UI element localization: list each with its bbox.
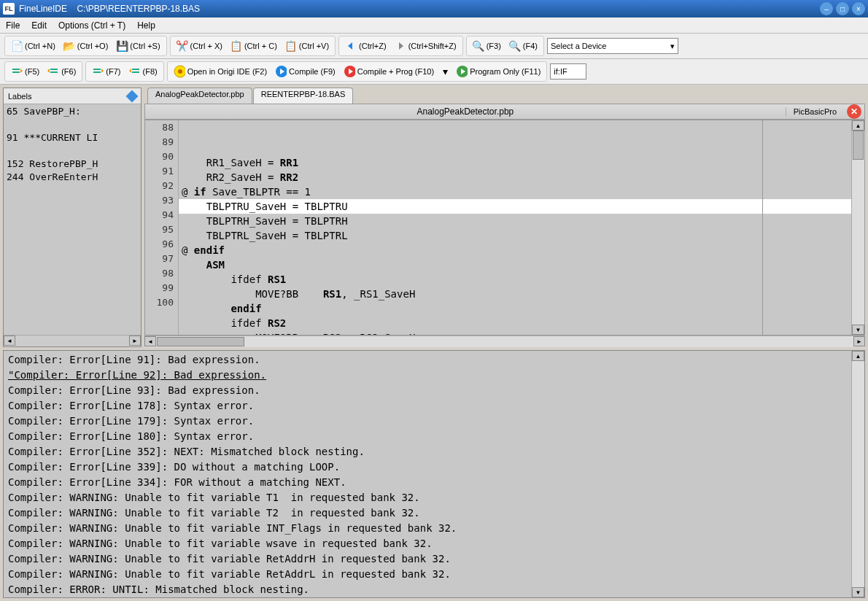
open-button[interactable]: 📂 (Ctrl +O) [61, 39, 111, 53]
play-blue-icon [275, 66, 287, 77]
output-line[interactable]: Compiler: WARNING: Unable to fit variabl… [8, 567, 847, 582]
svg-rect-7 [132, 71, 139, 73]
output-line[interactable]: Compiler: WARNING: Unable to fit variabl… [8, 490, 847, 505]
scroll-thumb[interactable] [853, 131, 864, 160]
code-line[interactable]: ifdef RS2 [179, 316, 851, 330]
f8-button[interactable]: (F8) [126, 64, 160, 79]
scroll-left-icon[interactable]: ◄ [4, 336, 15, 346]
close-button[interactable]: × [852, 2, 865, 15]
output-line[interactable]: "Compiler: Error[Line 92]: Bad expressio… [8, 368, 847, 383]
output-line[interactable]: Compiler: ERROR: UNTIL: Mismatched block… [8, 582, 847, 597]
new-button[interactable]: 📄 (Ctrl +N) [8, 39, 58, 53]
dropdown-arrow-icon[interactable]: ▾ [439, 66, 451, 77]
f7-button[interactable]: (F7) [89, 64, 123, 79]
compile-prog-button[interactable]: Compile + Prog (F10) [341, 64, 437, 79]
code-line[interactable]: @ if Save_TBLPTR == 1 [179, 185, 851, 199]
editor-body: 888990919293949596979899100 RR1_SaveH = … [144, 120, 865, 336]
line-gutter: 888990919293949596979899100 [145, 120, 179, 335]
output-line[interactable]: Compiler: WARNING: Unable to fit variabl… [8, 536, 847, 551]
code-line[interactable]: MOVE?BB RS1, _RS1_SaveH [179, 287, 851, 301]
device-select[interactable]: Select a Device ▾ [547, 38, 678, 54]
code-area[interactable]: RR1_SaveH = RR1 RR2_SaveH = RR2@ if Save… [179, 120, 851, 335]
copy-button[interactable]: 📋 (Ctrl + C) [228, 39, 280, 53]
output-line[interactable]: Compiler: WARNING: Unable to fit variabl… [8, 505, 847, 521]
program-only-button[interactable]: Program Only (F11) [453, 64, 543, 79]
search-icon: 🔍 [473, 40, 484, 52]
editor-vscroll[interactable]: ▲ ▼ [851, 120, 864, 335]
replace-button[interactable]: 🔍 (F4) [506, 39, 540, 53]
labels-title: Labels [8, 92, 31, 101]
code-line[interactable]: TBLPTRU_SaveH = TBLPTRU [179, 199, 851, 214]
svg-rect-3 [50, 71, 58, 73]
output-line[interactable]: Compiler: Error[Line 180]: Syntax error. [8, 429, 847, 444]
find-button[interactable]: 🔍 (F3) [470, 39, 504, 53]
code-line[interactable]: RR1_SaveH = RR1 [179, 155, 851, 170]
f5-button[interactable]: (F5) [8, 64, 42, 79]
editor-tabs: AnalogPeakDetector.pbp REENTERPBP-18.BAS [144, 88, 865, 104]
editor-hscroll[interactable]: ◄ ► [144, 336, 865, 347]
svg-rect-1 [12, 71, 20, 73]
scroll-down-icon[interactable]: ▼ [852, 325, 864, 335]
output-line[interactable]: Compiler: WARNING: Unable to fit variabl… [8, 521, 847, 536]
output-line[interactable]: Compiler: WARNING: Unable to fit variabl… [8, 551, 847, 567]
code-line[interactable]: ifdef RS1 [179, 272, 851, 287]
code-line[interactable]: MOVE?BB RS2, RS2 SaveH [179, 330, 851, 335]
code-line[interactable]: TBLPTRH_SaveH = TBLPTRH [179, 214, 851, 228]
svg-rect-0 [12, 69, 20, 70]
tab-reenter[interactable]: REENTERPBP-18.BAS [253, 88, 354, 104]
code-line[interactable]: @ endif [179, 243, 851, 257]
diamond-icon [126, 90, 139, 102]
output-line[interactable]: Compiler: Error[Line 179]: Syntax error. [8, 414, 847, 429]
cut-button[interactable]: ✂️ (Ctrl + X) [174, 39, 225, 53]
minimize-button[interactable]: – [820, 2, 833, 15]
scroll-down-icon[interactable]: ▼ [852, 587, 864, 597]
code-line[interactable]: TBLPTRL_SaveH = TBLPTRL [179, 228, 851, 243]
menu-help[interactable]: Help [137, 20, 155, 31]
hscroll-thumb[interactable] [157, 337, 244, 346]
code-line[interactable]: endif [179, 301, 851, 316]
indent-left-icon [47, 66, 59, 77]
redo-button[interactable]: (Ctrl+Shift+Z) [392, 39, 460, 53]
editor-title: AnalogPeakDetector.pbp [145, 106, 786, 117]
maximize-button[interactable]: □ [836, 2, 849, 15]
titlebar-text: FineLineIDE C:\PBP\REENTERPBP-18.BAS [19, 4, 820, 14]
labels-panel: Labels 65 SavePBP_H: 91 ***CURRENT LI 15… [3, 88, 142, 347]
compile-button[interactable]: Compile (F9) [272, 64, 338, 79]
undo-button[interactable]: (Ctrl+Z) [342, 39, 390, 53]
output-vscroll[interactable]: ▲ ▼ [851, 351, 864, 597]
menu-file[interactable]: File [6, 20, 20, 31]
labels-hscroll[interactable]: ◄ ► [4, 335, 141, 346]
scroll-up-icon[interactable]: ▲ [852, 120, 864, 131]
save-icon: 💾 [116, 40, 128, 52]
editor-close-button[interactable]: ✕ [847, 104, 861, 119]
output-line[interactable]: Compiler: Error[Line 352]: NEXT: Mismatc… [8, 444, 847, 460]
scroll-left-icon[interactable]: ◄ [144, 336, 156, 346]
code-line[interactable]: RR2_SaveH = RR2 [179, 170, 851, 185]
output-line[interactable]: Compiler: Error[Line 178]: Syntax error. [8, 398, 847, 414]
labels-list[interactable]: 65 SavePBP_H: 91 ***CURRENT LI 152 Resto… [4, 104, 141, 335]
tab-analog[interactable]: AnalogPeakDetector.pbp [147, 88, 252, 104]
main-area: Labels 65 SavePBP_H: 91 ***CURRENT LI 15… [0, 85, 868, 350]
scroll-right-icon[interactable]: ► [129, 336, 141, 346]
labels-header[interactable]: Labels [4, 88, 141, 104]
open-origi-button[interactable]: Open in Origi IDE (F2) [171, 64, 270, 79]
save-button[interactable]: 💾 (Ctrl +S) [113, 39, 163, 53]
output-line[interactable]: Compiler: Error[Line 334]: FOR without a… [8, 475, 847, 490]
menu-edit[interactable]: Edit [31, 20, 47, 31]
file-new-icon: 📄 [11, 40, 23, 52]
scroll-right-icon[interactable]: ► [853, 336, 865, 346]
paste-button[interactable]: 📋 (Ctrl +V) [282, 39, 332, 53]
code-line[interactable]: ASM [179, 257, 851, 272]
output-line[interactable]: Compiler: Error[Line 91]: Bad expression… [8, 352, 847, 368]
menu-options[interactable]: Options (Ctrl + T) [58, 20, 125, 31]
f6-button[interactable]: (F6) [44, 64, 79, 79]
scroll-up-icon[interactable]: ▲ [852, 351, 864, 361]
output-line[interactable]: Compiler: Error[Line 93]: Bad expression… [8, 383, 847, 398]
margin-line [762, 120, 763, 335]
output-text[interactable]: Compiler: Error[Line 91]: Bad expression… [4, 351, 851, 597]
eye-icon [174, 66, 185, 77]
titlebar: FL FineLineIDE C:\PBP\REENTERPBP-18.BAS … [0, 0, 868, 18]
svg-rect-5 [93, 71, 101, 73]
output-line[interactable]: Compiler: Error[Line 339]: DO without a … [8, 460, 847, 475]
cut-icon: ✂️ [177, 40, 188, 52]
